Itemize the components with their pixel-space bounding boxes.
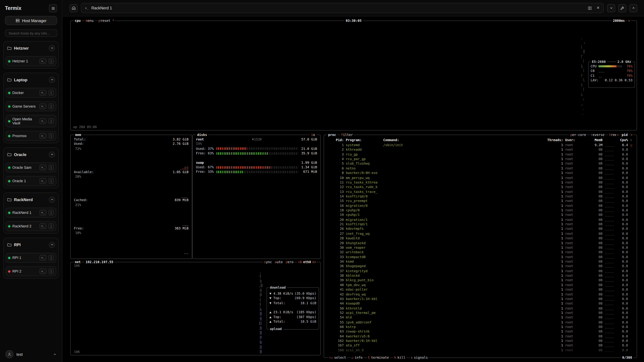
group-toggle-button[interactable]	[49, 242, 55, 248]
group-header[interactable]: Hetzner	[6, 43, 56, 53]
proc-footer-button[interactable]: t terminate	[367, 356, 390, 360]
sort-next[interactable]: >	[630, 133, 634, 137]
process-row[interactable]: 54 mld 1 root 0B ⣀⣀⣀⣀ 0.0	[324, 316, 636, 320]
process-row[interactable]: 33 kcompactd0 1 root 0B ⣀⣀⣀⣀ 0.0	[324, 255, 636, 259]
process-row[interactable]: 3 rcu_gp 1 root 0B ⣀⣀⣀⣀ 0.0	[324, 152, 636, 157]
host-menu-button[interactable]: ⋮	[48, 178, 54, 184]
process-row[interactable]: 6 netns 1 root 0B ⣀⣀⣀⣀ 0.0	[324, 166, 636, 171]
host-connect-button[interactable]: >_	[40, 178, 46, 184]
terminal-tab[interactable]: >_ RackNerd 1 ✕	[81, 3, 604, 13]
host-connect-button[interactable]: >_	[40, 58, 46, 64]
process-row[interactable]: 19 cpuhp/1 1 root 0B ⣀⣀⣀⣀ 0.0	[324, 213, 636, 218]
sidebar-menu-button[interactable]	[49, 4, 57, 12]
host-item[interactable]: RPI 1 >_ ⋮	[6, 253, 56, 263]
proc-option-reverse[interactable]: reverse	[590, 133, 605, 137]
process-row[interactable]: 8 kworker/0:0H-eve 1 root 0B ⣀⣀⣀⣀ 0.0	[324, 171, 636, 175]
group-toggle-button[interactable]	[49, 196, 55, 203]
host-menu-button[interactable]: ⋮	[48, 118, 54, 124]
host-menu-button[interactable]: ⋮	[48, 133, 54, 139]
process-row[interactable]: 39 blkcg_punt_bio 1 root 0B ⣀⣀⣀⣀ 0.0	[324, 278, 636, 283]
process-row[interactable]: 27 inet_frag_wq 1 root 0B ⣀⣀⣀⣀ 0.0	[324, 231, 636, 236]
host-item[interactable]: RackNerd 1 >_ ⋮	[6, 208, 56, 218]
host-connect-button[interactable]: >_	[40, 165, 46, 170]
process-row[interactable]: 55 ipv6_addrconf 1 root 0B ⣀⣀⣀⣀ 0.0	[324, 320, 636, 325]
process-row[interactable]: 26 kdevtmpfs 1 root 0B ⣀⣀⣀⣀ 0.0	[324, 227, 636, 231]
host-menu-button[interactable]: ⋮	[48, 269, 54, 274]
process-row[interactable]: 28 kauditd 1 root 0B ⣀⣀⣀⣀ 0.0	[324, 236, 636, 241]
net-toggle-zero[interactable]: zero	[286, 260, 293, 264]
search-input[interactable]	[5, 29, 57, 37]
process-row[interactable]: 42 devfreq_wq 1 root 0B ⣀⣀⣀⣀ 0.0	[324, 292, 636, 297]
home-button[interactable]	[70, 4, 78, 12]
host-connect-button[interactable]: >_	[40, 103, 46, 109]
host-item[interactable]: Game Servers >_ ⋮	[6, 101, 56, 111]
host-item[interactable]: RackNerd 2 >_ ⋮	[6, 221, 56, 231]
process-row[interactable]: 60 kstrp 1 root 0B ⣀⣀⣀⣀ 0.0	[324, 325, 636, 329]
process-row[interactable]: 32 writeback 1 root 0B ⣀⣀⣀⣀ 0.0	[324, 250, 636, 255]
process-row[interactable]: 63 zswap-shrink 1 root 0B ⣀⣀⣀⣀ 0.0	[324, 329, 636, 334]
process-row[interactable]: 11 rcu_tasks_kthrea 1 root 0B ⣀⣀⣀⣀ 0.0	[324, 180, 636, 185]
process-row[interactable]: 10 mm_percpu_wq 1 root 0B ⣀⣀⣀⣀ 0.0	[324, 175, 636, 180]
process-row[interactable]: 167 ata_sff 1 root 0B ⣀⣀⣀⣀ 0.0	[324, 343, 636, 348]
host-item[interactable]: Oracle 1 >_ ⋮	[6, 176, 56, 186]
host-menu-button[interactable]: ⋮	[48, 58, 54, 64]
host-connect-button[interactable]: >_	[40, 269, 46, 274]
process-row[interactable]: 34 ksmd 1 root 0B ⣀⣀⣀⣀ 0.0	[324, 259, 636, 264]
group-toggle-button[interactable]	[49, 151, 55, 158]
process-row[interactable]: 14 ksoftirqd/0 1 root 0B ⣀⣀⣀⣀ 0.0	[324, 194, 636, 199]
proc-footer-button[interactable]: k kill	[394, 356, 406, 360]
group-toggle-button[interactable]	[49, 45, 55, 51]
host-connect-button[interactable]: >_	[40, 255, 46, 261]
host-menu-button[interactable]: ⋮	[48, 255, 54, 261]
process-row[interactable]: 40 tpm_dev_wq 1 root 0B ⣀⣀⣀⣀ 0.0	[324, 283, 636, 287]
process-row[interactable]: 41 edac-poller 1 root 0B ⣀⣀⣀⣀ 0.0	[324, 287, 636, 292]
proc-option-per-core[interactable]: per-core	[569, 133, 587, 137]
process-row[interactable]: 43 kworker/1:1H-kbl 1 root 0B ⣀⣀⣀⣀ 0.0	[324, 297, 636, 301]
process-row[interactable]: 52 acpi_thermal_pm 1 root 0B ⣀⣀⣀⣀ 0.0	[324, 311, 636, 316]
host-item[interactable]: Hetzner 1 >_ ⋮	[6, 56, 56, 66]
host-connect-button[interactable]: >_	[40, 223, 46, 229]
split-view-icon[interactable]	[588, 6, 592, 10]
proc-footer-button[interactable]: ↵ info	[350, 356, 363, 360]
process-row[interactable]: 37 kintegrityd 1 root 0B ⣀⣀⣀⣀ 0.0	[324, 269, 636, 273]
process-row[interactable]: 12 rcu_tasks_rude_k 1 root 0B ⣀⣀⣀⣀ 0.0	[324, 185, 636, 190]
process-row[interactable]: 168 scsi_eh_0 1 root 0B ⣀⣀⣀⣀ 0.0	[324, 348, 636, 353]
host-connect-button[interactable]: >_	[40, 118, 46, 124]
group-toggle-button[interactable]	[49, 77, 55, 83]
process-row[interactable]: 15 rcu_preempt 1 root 0B ⣀⣀⣀⣀ 0.0	[324, 199, 636, 203]
host-connect-button[interactable]: >_	[40, 90, 46, 95]
process-row[interactable]: 18 cpuhp/0 1 root 0B ⣀⣀⣀⣀ 0.0	[324, 208, 636, 213]
group-header[interactable]: RPI	[6, 240, 56, 249]
net-toggle-sync[interactable]: sync	[264, 260, 272, 264]
interface-next[interactable]: n>	[312, 260, 316, 264]
panel-up-button[interactable]	[629, 4, 638, 12]
menu-button[interactable]: menu	[85, 19, 94, 23]
host-item[interactable]: Proxmox >_ ⋮	[6, 131, 56, 141]
net-toggle-auto[interactable]: auto	[275, 260, 282, 264]
proc-footer-button[interactable]: ↑↓ select	[328, 356, 347, 360]
host-menu-button[interactable]: ⋮	[48, 210, 54, 216]
host-item[interactable]: Open Media Vault >_ ⋮	[6, 115, 56, 127]
process-row[interactable]: 30 oom_reaper 1 root 0B ⣀⣀⣀⣀ 0.0	[324, 245, 636, 250]
preset-button[interactable]: preset *	[98, 19, 115, 23]
process-row[interactable]: 5 slub_flushwq 1 root 0B ⣀⣀⣀⣀ 0.0	[324, 162, 636, 166]
user-menu[interactable]: test	[0, 347, 62, 362]
filter-button[interactable]: filter	[340, 133, 354, 137]
process-row[interactable]: 50 kthrotld 1 root 0B ⣀⣀⣀⣀ 0.0	[324, 306, 636, 311]
interface-switcher[interactable]: <b eth0 n>	[297, 260, 317, 264]
host-item[interactable]: Oracle Sam >_ ⋮	[6, 163, 56, 172]
sort-selector[interactable]: < pid >	[616, 133, 633, 137]
process-row[interactable]: 38 kblockd 1 root 0B ⣀⣀⣀⣀ 0.0	[324, 273, 636, 278]
panel-down-button[interactable]	[607, 4, 615, 12]
process-row[interactable]: 162 kworker/0:1H-kbl 1 root 0B ⣀⣀⣀⣀ 0.0	[324, 339, 636, 344]
group-header[interactable]: Laptop	[6, 75, 56, 84]
host-connect-button[interactable]: >_	[40, 133, 46, 139]
process-row[interactable]: 13 rcu_tasks_trace_ 1 root 0B ⣀⣀⣀⣀ 0.0	[324, 189, 636, 194]
host-menu-button[interactable]: ⋮	[48, 103, 54, 109]
group-header[interactable]: Oracle	[6, 150, 56, 159]
proc-footer-button[interactable]: s signals	[410, 356, 429, 360]
terminal[interactable]: cpu menu preset * 03:30:05 2000ms + up 2…	[62, 16, 644, 362]
sort-prev[interactable]: <	[616, 133, 620, 137]
host-item[interactable]: RPI 2 >_ ⋮	[6, 267, 56, 276]
host-manager-button[interactable]: Host Manager	[5, 16, 57, 25]
